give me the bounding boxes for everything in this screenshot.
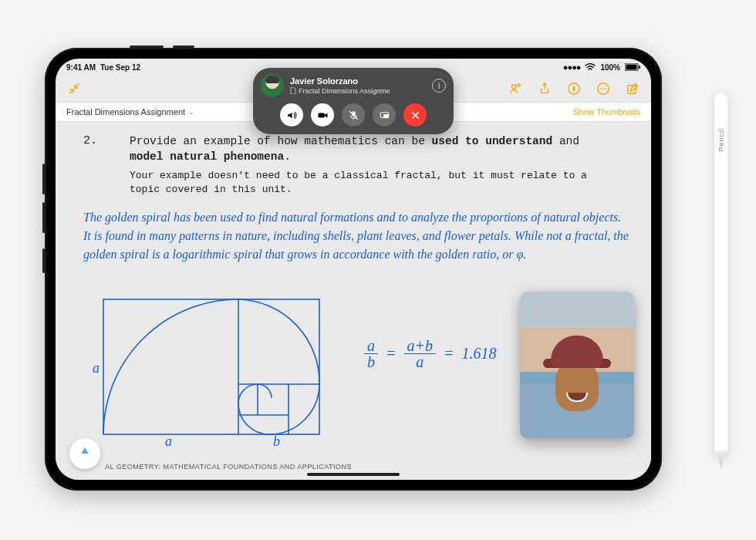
collaborate-icon[interactable] [508, 81, 523, 96]
ipad-screen: 9:41 AM Tue Sep 12 ●●●● 100% [56, 59, 651, 480]
svg-point-8 [602, 88, 604, 89]
svg-rect-1 [626, 65, 637, 70]
svg-rect-21 [383, 114, 389, 118]
wifi-icon [585, 63, 596, 71]
diagram-label-a-bottom: a [165, 434, 172, 446]
cellular-icon: ●●●● [563, 62, 581, 72]
markup-icon[interactable] [566, 81, 582, 96]
svg-point-9 [605, 88, 606, 89]
svg-point-3 [512, 85, 516, 89]
ipad-device-frame: 9:41 AM Tue Sep 12 ●●●● 100% [45, 48, 662, 491]
diagram-label-b-bottom: b [273, 434, 280, 446]
golden-spiral-diagram: a a b [88, 292, 327, 446]
question-number: 2. [83, 134, 97, 147]
svg-rect-11 [103, 299, 319, 434]
svg-rect-2 [639, 66, 640, 69]
battery-percent: 100% [600, 63, 620, 72]
status-date: Tue Sep 12 [100, 63, 140, 72]
camera-button[interactable] [311, 103, 334, 127]
share-icon[interactable] [537, 81, 552, 96]
svg-rect-10 [628, 86, 636, 94]
apple-pencil-label: Pencil [717, 128, 725, 152]
facetime-pip-video[interactable] [520, 292, 634, 438]
svg-point-4 [518, 84, 520, 86]
mute-button[interactable] [342, 103, 365, 127]
end-call-button[interactable] [403, 103, 427, 127]
document-footer-text: AL GEOMETRY: MATHEMATICAL FOUNDATIONS AN… [105, 463, 352, 471]
chevron-down-icon: ⌄ [188, 108, 194, 116]
home-indicator[interactable] [307, 473, 400, 476]
shared-document-label: Fractal Dimensions Assignme [290, 87, 390, 95]
pencil-tip-icon [82, 447, 88, 469]
document-icon [290, 87, 296, 94]
caller-name: Javier Solorzano [290, 76, 390, 86]
drawing-tool-button[interactable] [69, 438, 100, 469]
svg-rect-17 [318, 113, 324, 117]
caller-avatar [261, 74, 284, 97]
document-title-dropdown[interactable]: Fractal Dimensions Assignment ⌄ [66, 107, 194, 116]
compose-icon[interactable] [625, 81, 640, 96]
question-prompt: Provide an example of how mathematics ca… [130, 134, 608, 196]
apple-pencil: Pencil [714, 93, 728, 455]
show-thumbnails-button[interactable]: Show Thumbnails [573, 107, 640, 116]
golden-ratio-equation: ab = a+ba = 1.618 [364, 338, 497, 370]
battery-icon [625, 63, 640, 71]
facetime-call-panel[interactable]: Javier Solorzano Fractal Dimensions Assi… [253, 68, 454, 134]
call-info-button[interactable]: i [432, 79, 446, 93]
handwritten-answer: The golden spiral has been used to find … [83, 208, 631, 264]
svg-point-7 [600, 88, 602, 89]
minimize-icon[interactable] [66, 81, 82, 96]
diagram-label-a-left: a [93, 360, 100, 376]
more-icon[interactable] [596, 81, 611, 96]
screen-share-button[interactable] [373, 103, 396, 127]
speaker-button[interactable] [280, 103, 303, 127]
status-time: 9:41 AM [66, 63, 96, 72]
document-title-text: Fractal Dimensions Assignment [66, 107, 185, 116]
